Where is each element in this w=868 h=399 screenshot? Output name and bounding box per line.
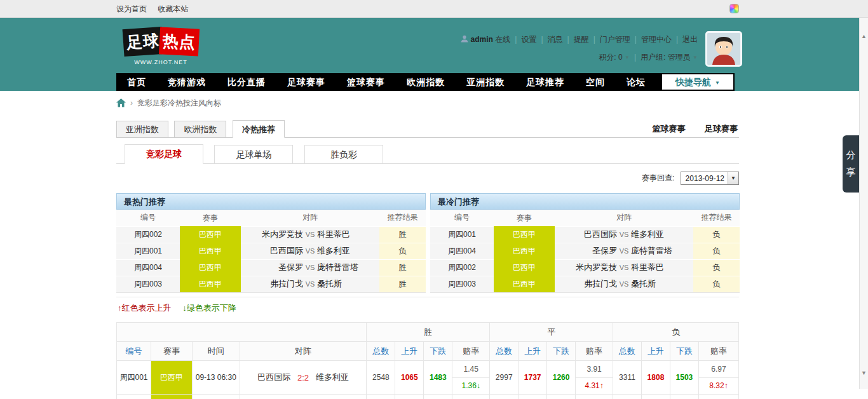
messages-link[interactable]: 消息 [548,35,563,44]
tab-euro-odds[interactable]: 欧洲指数 [174,121,226,138]
logout-link[interactable]: 退出 [682,35,698,44]
match-no [117,395,151,399]
nav-football-matches[interactable]: 足球赛事 [276,73,336,91]
col-lose-odds: 赔率 [698,342,738,361]
subtab-win-lose-lottery[interactable]: 胜负彩 [304,145,383,164]
subtab-jingcai-football[interactable]: 竞彩足球 [125,144,203,164]
subtab-single-match[interactable]: 足球单场 [214,145,293,164]
legend-up: ↑红色表示上升 [118,303,172,313]
nav-home[interactable]: 首页 [116,73,157,91]
away-team: 庞特普雷塔 [631,245,693,257]
breadcrumb-page: 竞彩足彩冷热投注风向标 [137,98,221,109]
table-row: 周四003 巴西甲 弗拉门戈VS桑托斯 胜 [116,276,426,292]
away-team: 桑托斯 [317,278,379,290]
lose-up [641,395,670,399]
cold-recommend-table: 最冷门推荐 编号 赛事 对阵 推荐结果 周四001 巴西甲 巴西国际VS维多利亚… [430,193,740,293]
recommendation-section: 最热门推荐 编号 赛事 对阵 推荐结果 周四002 巴西甲 米内罗竞技VS科里蒂… [116,193,739,293]
settings-link[interactable]: 设置 [521,35,536,44]
site-header: 足球热点 WWW.ZHOT.NET admin 在线设置消息提醒门户管理管理中心… [0,18,868,91]
portal-admin-link[interactable]: 门户管理 [600,35,630,44]
col-result: 推荐结果 [693,210,740,226]
group-draw: 平 [490,323,613,342]
favorite-link[interactable]: 收藏本站 [158,4,188,13]
sort-lose-total[interactable]: 总数 [613,342,642,361]
scroll-down-icon[interactable]: ▼ [860,369,868,377]
sort-draw-up[interactable]: 上升 [519,342,547,361]
col-league: 赛事 [151,342,192,361]
draw-odds: 3.53 [576,395,613,399]
win-down [424,395,452,399]
sort-win-total[interactable]: 总数 [367,342,395,361]
admin-center-link[interactable]: 管理中心 [641,35,672,44]
away-team: 桑托斯 [631,278,693,290]
home-team: 圣保罗 [555,245,617,257]
nav-forum[interactable]: 论坛 [616,73,656,91]
home-team: 圣保罗 [241,262,303,273]
scrollbar[interactable]: ▲ ▼ [859,18,868,389]
lose-down: 1503 [670,361,698,395]
match-time [192,395,240,399]
away-team: 科里蒂巴 [631,262,693,273]
tab-hot-cold[interactable]: 冷热推荐 [233,120,285,138]
breadcrumb-separator: › [130,98,133,107]
match-no: 周四003 [430,276,494,292]
vs-label: VS [617,247,631,255]
recommend-result: 负 [379,243,426,259]
palette-icon[interactable] [729,4,739,13]
football-matches-link[interactable]: 足球赛事 [705,124,738,133]
league-cell: 巴西甲 [180,243,241,259]
vs-label: VS [303,264,317,271]
scroll-up-icon[interactable]: ▲ [860,32,868,41]
nav-football-tips[interactable]: 足球推荐 [515,73,575,91]
alerts-link[interactable]: 提醒 [574,35,589,44]
sort-no[interactable]: 编号 [117,342,151,361]
nav-basketball-matches[interactable]: 篮球赛事 [336,73,396,91]
date-select-value: 2013-09-12 [681,174,728,183]
draw-down: 1260 [547,361,576,395]
league-cell: 巴西甲 [494,276,555,292]
col-matchup: 对阵 [555,210,693,226]
nav-guess-games[interactable]: 竞猜游戏 [157,73,217,91]
away-team: 维多利亚 [317,245,379,257]
nav-asia-odds[interactable]: 亚洲指数 [456,73,515,91]
match-no: 周四004 [116,259,180,276]
sort-win-up[interactable]: 上升 [395,342,424,361]
usergroup-dropdown[interactable]: 用户组: 管理员 ▼ [641,53,698,62]
logo-url: WWW.ZHOT.NET [116,59,205,65]
draw-up [519,395,547,399]
league-cell: 巴西甲 [494,243,555,259]
odds-row: 1.84 3.53 4.90 [117,395,739,399]
quick-nav-button[interactable]: 快捷导航▼ [662,74,733,90]
chevron-down-icon: ▼ [715,76,720,91]
basketball-matches-link[interactable]: 篮球赛事 [653,124,686,133]
user-line2: 积分: 0 ▼用户组: 管理员 ▼ [461,52,698,63]
draw-total: 2997 [490,361,519,395]
sort-draw-down[interactable]: 下跌 [547,342,576,361]
col-win-odds: 赔率 [452,342,490,361]
review-label: 赛事回查: [642,173,674,182]
group-header-row: 胜 平 负 [117,323,739,342]
username[interactable]: admin [471,35,493,44]
recommend-result: 负 [693,243,740,259]
tab-asia-odds[interactable]: 亚洲指数 [116,121,168,138]
win-odds: 1.84 [452,395,490,399]
recommend-result: 负 [693,276,740,292]
win-total: 2548 [367,361,395,395]
recommend-result: 胜 [379,276,426,292]
sort-win-down[interactable]: 下跌 [424,342,452,361]
site-logo[interactable]: 足球热点 WWW.ZHOT.NET [116,28,205,65]
nav-live-scores[interactable]: 比分直播 [217,73,276,91]
nav-space[interactable]: 空间 [575,73,616,91]
share-tab[interactable]: 分 享 [843,135,859,193]
set-home-link[interactable]: 设为首页 [116,4,147,13]
avatar[interactable] [705,31,742,67]
sort-lose-down[interactable]: 下跌 [670,342,698,361]
sort-lose-up[interactable]: 上升 [641,342,670,361]
table-row: 周四001 巴西甲 巴西国际VS维多利亚 负 [430,226,740,243]
win-total [367,395,395,399]
sort-draw-total[interactable]: 总数 [490,342,519,361]
credits-dropdown[interactable]: 积分: 0 ▼ [599,53,630,62]
date-select[interactable]: 2013-09-12 ▼ [681,172,739,185]
nav-euro-odds[interactable]: 欧洲指数 [396,73,456,91]
home-icon[interactable] [116,98,126,107]
